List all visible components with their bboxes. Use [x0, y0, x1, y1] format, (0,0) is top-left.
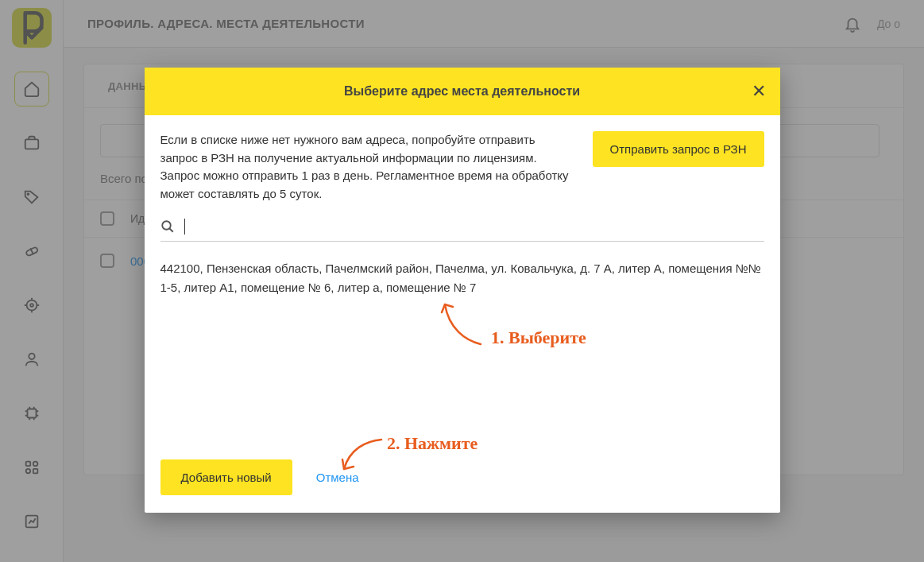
modal-search-input[interactable] — [195, 220, 764, 234]
modal-overlay: Выберите адрес места деятельности ✕ Если… — [0, 0, 924, 562]
send-rzn-button[interactable]: Отправить запрос в РЗН — [593, 131, 764, 167]
modal-search[interactable] — [160, 219, 764, 242]
modal-header: Выберите адрес места деятельности ✕ — [145, 68, 780, 115]
modal-info-text: Если в списке ниже нет нужного вам адрес… — [160, 131, 569, 203]
address-modal: Выберите адрес места деятельности ✕ Если… — [145, 68, 780, 513]
modal-body: Если в списке ниже нет нужного вам адрес… — [145, 115, 780, 308]
cancel-link[interactable]: Отмена — [316, 471, 359, 484]
modal-footer: Добавить новый Отмена — [145, 444, 780, 513]
modal-info-row: Если в списке ниже нет нужного вам адрес… — [160, 131, 764, 203]
close-icon[interactable]: ✕ — [752, 81, 766, 102]
add-new-button[interactable]: Добавить новый — [160, 459, 292, 495]
modal-title: Выберите адрес места деятельности — [344, 84, 580, 99]
search-cursor — [184, 219, 185, 234]
search-icon — [160, 219, 175, 234]
svg-point-15 — [162, 221, 171, 230]
address-list: 442100, Пензенская область, Пачелмский р… — [160, 256, 764, 300]
address-item[interactable]: 442100, Пензенская область, Пачелмский р… — [160, 256, 764, 300]
